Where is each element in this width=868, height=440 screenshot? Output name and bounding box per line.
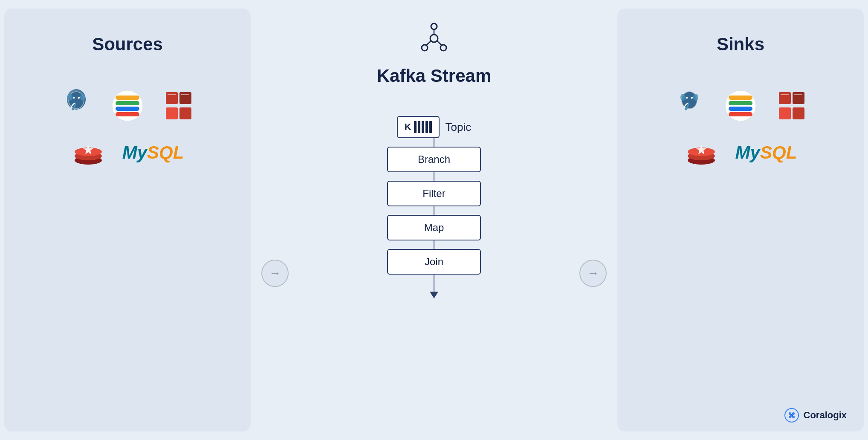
left-arrow-icon: →: [269, 266, 281, 280]
svg-point-8: [78, 98, 79, 98]
sinks-panel: Sinks: [617, 9, 864, 431]
kafka-bar-3: [422, 121, 424, 133]
elasticsearch-icon: [110, 89, 145, 123]
kafka-topic-label: Topic: [446, 121, 472, 134]
kafka-bar-4: [425, 121, 428, 133]
left-arrow-connector: →: [255, 107, 295, 440]
right-arrow-connector: →: [573, 107, 613, 440]
sinks-title: Sinks: [717, 34, 764, 55]
postgres-icon: [59, 89, 93, 123]
svg-point-24: [430, 35, 438, 42]
svg-point-9: [112, 90, 143, 121]
coralogix-logo-icon: [784, 408, 799, 423]
coralogix-branding: Coralogix: [784, 408, 847, 423]
kafka-bar-1: [414, 121, 417, 133]
mysql-logo: MySQL: [122, 142, 184, 163]
kafka-logo-icon: [417, 21, 451, 57]
svg-point-32: [680, 94, 686, 101]
sinks-elasticsearch-icon: [723, 89, 758, 123]
svg-rect-40: [729, 101, 752, 105]
kafka-topic-box: K: [397, 116, 440, 138]
svg-point-4: [80, 94, 85, 101]
svg-point-26: [422, 45, 428, 51]
branch-box: Branch: [387, 147, 481, 172]
svg-point-3: [67, 94, 72, 101]
coralogix-label: Coralogix: [804, 410, 847, 421]
connector-4: [434, 240, 434, 249]
connector-2: [434, 172, 434, 181]
svg-rect-13: [116, 112, 139, 116]
sources-panel: Sources: [4, 9, 251, 431]
svg-rect-41: [729, 107, 752, 111]
arrow-head: [430, 292, 438, 298]
sinks-postgres-icon: [672, 89, 706, 123]
svg-rect-16: [166, 107, 178, 119]
sources-title: Sources: [92, 34, 163, 55]
dynamodb-icon: [162, 89, 196, 123]
kafka-diagram: K Topic Branch: [387, 116, 481, 298]
svg-rect-12: [116, 107, 139, 111]
connector-1: [434, 138, 434, 147]
kafka-k-letter: K: [405, 122, 411, 133]
svg-rect-10: [116, 96, 139, 100]
join-box: Join: [387, 249, 481, 275]
sinks-icons-grid: MySQL: [672, 89, 809, 170]
sinks-row-1: [672, 89, 809, 123]
sources-row-2: MySQL: [71, 136, 184, 170]
svg-rect-42: [729, 112, 752, 116]
svg-rect-44: [793, 92, 804, 104]
svg-line-30: [437, 41, 442, 45]
sinks-mysql-logo: MySQL: [735, 142, 797, 163]
svg-rect-14: [166, 92, 178, 104]
filter-box: Filter: [387, 181, 481, 206]
arrow-down: [430, 275, 438, 298]
kafka-bars: [414, 121, 432, 133]
kafka-bar-2: [418, 121, 420, 133]
svg-point-7: [73, 98, 74, 98]
svg-point-38: [725, 90, 756, 121]
map-box: Map: [387, 215, 481, 240]
kafka-bar-5: [429, 121, 432, 133]
connector-3: [434, 206, 434, 215]
arrow-down-line: [434, 275, 434, 292]
kafka-panel: Kafka Stream K Topic: [299, 9, 569, 431]
sources-row-1: [59, 89, 196, 123]
svg-rect-43: [779, 92, 791, 104]
svg-rect-15: [179, 92, 191, 104]
svg-point-36: [686, 98, 687, 98]
redis-icon: [71, 136, 105, 170]
svg-point-37: [692, 98, 692, 98]
left-arrow-circle: →: [261, 260, 289, 287]
svg-point-33: [693, 94, 698, 101]
main-layout: Sources: [0, 0, 868, 440]
sinks-row-2: MySQL: [684, 136, 797, 170]
svg-point-27: [440, 45, 446, 51]
svg-point-25: [431, 23, 437, 29]
svg-rect-11: [116, 101, 139, 105]
right-arrow-icon: →: [587, 266, 599, 280]
svg-line-29: [426, 41, 431, 45]
sinks-redis-icon: [684, 136, 718, 170]
kafka-title: Kafka Stream: [377, 66, 491, 86]
svg-rect-45: [779, 107, 791, 119]
svg-rect-17: [179, 107, 191, 119]
sinks-dynamodb-icon: [775, 89, 809, 123]
right-arrow-circle: →: [579, 260, 607, 287]
kafka-topic-row: K Topic: [397, 116, 472, 138]
svg-rect-39: [729, 96, 752, 100]
sources-icons-grid: MySQL: [59, 89, 196, 170]
svg-rect-46: [793, 107, 804, 119]
